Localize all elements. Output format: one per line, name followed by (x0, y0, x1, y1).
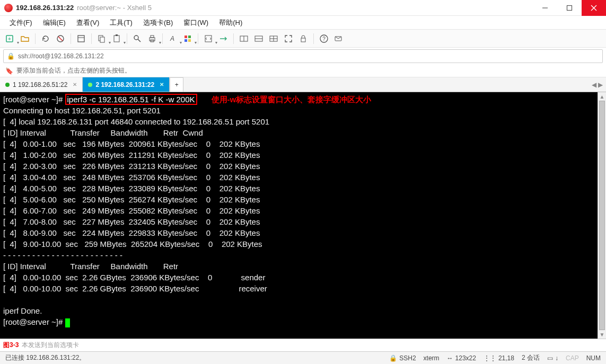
command-highlight: iperf3 -c 192.168.26.51 -f K -w 200K (65, 94, 197, 105)
title-main: 192.168.26.131:22 (16, 4, 74, 12)
svg-rect-32 (301, 38, 305, 42)
status-pos: 21,18 (498, 354, 514, 362)
toolbar: + A ? (0, 30, 606, 48)
svg-rect-12 (114, 35, 119, 42)
term-line: - - - - - - - - - - - - - - - - - - - - … (3, 251, 122, 260)
layout-v-icon[interactable] (253, 33, 265, 45)
layout-h-icon[interactable] (238, 33, 250, 45)
copy-icon[interactable] (96, 33, 108, 45)
size-icon: ↔ (447, 354, 453, 362)
status-ssh: SSH2 (399, 354, 416, 362)
term-row: [ 4] 6.00-7.00 sec 249 MBytes 255082 KBy… (3, 206, 260, 215)
status-cap: CAP (566, 354, 579, 362)
term-line: [ 4] 0.00-10.00 sec 2.26 GBytes 236900 K… (3, 284, 267, 293)
lock-icon: 🔒 (389, 354, 397, 362)
term-row: [ 4] 1.00-2.00 sec 206 MBytes 211291 KBy… (3, 150, 260, 159)
send-bar: 图3-3本发送到当前选项卡 (0, 339, 606, 351)
menu-help[interactable]: 帮助(H) (214, 16, 248, 30)
term-row: [ 4] 3.00-4.00 sec 248 MBytes 253706 KBy… (3, 173, 260, 182)
help-icon[interactable]: ? (318, 33, 330, 45)
font-icon[interactable]: A (167, 33, 179, 45)
svg-rect-11 (100, 37, 104, 42)
term-line: [ ID] Interval Transfer Bandwidth Retr (3, 262, 178, 271)
term-row: [ 4] 5.00-6.00 sec 250 MBytes 256274 KBy… (3, 195, 260, 204)
svg-line-15 (138, 39, 140, 42)
svg-rect-17 (151, 35, 154, 38)
term-line: [ ID] Interval Transfer Bandwidth Retr C… (3, 128, 203, 137)
hint-text: 要添加当前会话，点击左侧的箭头按钮。 (16, 66, 131, 75)
scroll-up-icon[interactable]: ▲ (598, 92, 606, 101)
compose-icon[interactable] (333, 33, 345, 45)
fullscreen-icon[interactable] (283, 33, 294, 45)
svg-point-14 (134, 35, 138, 40)
lock-scroll-icon[interactable] (297, 33, 309, 45)
tab-1[interactable]: 1 192.168.26.51:22 ✕ (0, 77, 83, 92)
transfer-icon[interactable] (217, 33, 229, 45)
menu-tools[interactable]: 工具(T) (104, 16, 138, 30)
term-row: [ 4] 9.00-10.00 sec 259 MBytes 265204 KB… (3, 239, 262, 248)
prompt: [root@server ~]# (3, 317, 65, 326)
script-icon[interactable] (203, 33, 214, 45)
status-size: 123x22 (455, 354, 476, 362)
scrollbar[interactable]: ▲ ▼ (598, 92, 606, 339)
svg-line-7 (58, 37, 63, 41)
menubar: 文件(F) 编辑(E) 查看(V) 工具(T) 选项卡(B) 窗口(W) 帮助(… (0, 16, 606, 30)
new-session-icon[interactable]: + (4, 33, 16, 45)
status-term: xterm (424, 354, 440, 362)
address-text: ssh://root@192.168.26.131:22 (18, 52, 104, 60)
paste-icon[interactable] (111, 33, 122, 45)
layout-grid-icon[interactable] (268, 33, 279, 45)
menu-tabs[interactable]: 选项卡(B) (138, 16, 178, 30)
scroll-thumb[interactable] (599, 101, 605, 330)
status-bar: 已连接 192.168.26.131:22。 🔒SSH2 xterm ↔123x… (0, 351, 606, 364)
svg-rect-21 (188, 35, 191, 38)
tab-nav-arrows[interactable]: ◀ ▶ (589, 77, 606, 92)
address-bar[interactable]: 🔒 ssh://root@192.168.26.131:22 (3, 49, 603, 63)
close-tab-icon[interactable]: ✕ (73, 82, 77, 87)
menu-edit[interactable]: 编辑(E) (38, 16, 71, 30)
sessions-icon: ▭ (547, 354, 553, 362)
maximize-button[interactable] (557, 0, 582, 16)
find-icon[interactable] (131, 33, 143, 45)
tab-strip: 1 192.168.26.51:22 ✕ 2 192.168.26.131:22… (0, 77, 606, 92)
cursor (65, 318, 70, 327)
menu-window[interactable]: 窗口(W) (178, 16, 214, 30)
term-line: [ 4] 0.00-10.00 sec 2.26 GBytes 236906 K… (3, 273, 265, 282)
status-dot-icon (5, 83, 10, 87)
terminal[interactable]: [root@server ~]# iperf3 -c 192.168.26.51… (0, 92, 606, 339)
reconnect-icon[interactable] (40, 33, 51, 45)
status-connection: 已连接 192.168.26.131:22。 (5, 353, 85, 362)
minimize-button[interactable] (533, 0, 557, 16)
term-line: [ 4] local 192.168.26.131 port 46840 con… (3, 117, 269, 126)
open-session-icon[interactable] (19, 33, 31, 45)
status-sessions: 2 会话 (522, 353, 540, 362)
menu-view[interactable]: 查看(V) (71, 16, 104, 30)
close-tab-icon[interactable]: ✕ (160, 82, 164, 87)
term-row: [ 4] 2.00-3.00 sec 226 MBytes 231213 KBy… (3, 162, 260, 171)
print-icon[interactable] (146, 33, 158, 45)
pos-icon: ⋮⋮ (484, 354, 496, 362)
status-dot-icon (88, 83, 92, 87)
svg-text:A: A (170, 35, 174, 42)
hint-bar: 🔖 要添加当前会话，点击左侧的箭头按钮。 (0, 65, 606, 77)
menu-file[interactable]: 文件(F) (4, 16, 38, 30)
send-label: 图3-3 (3, 341, 19, 350)
annotation: 使用-w标志设置窗口大小、套接字缓冲区大小 (212, 95, 372, 104)
properties-icon[interactable] (75, 33, 87, 45)
svg-text:?: ? (322, 36, 326, 42)
color-icon[interactable] (182, 33, 194, 45)
disconnect-icon[interactable] (55, 33, 66, 45)
prompt: [root@server ~]# (3, 95, 65, 104)
svg-text:+: + (8, 36, 11, 42)
add-tab-button[interactable]: + (170, 77, 183, 92)
svg-rect-23 (188, 39, 191, 42)
send-placeholder[interactable]: 本发送到当前选项卡 (22, 341, 79, 350)
tab-2[interactable]: 2 192.168.26.131:22 ✕ (83, 77, 170, 92)
term-row: [ 4] 4.00-5.00 sec 228 MBytes 233089 KBy… (3, 184, 260, 193)
close-button[interactable] (582, 0, 606, 16)
term-line: Connecting to host 192.168.26.51, port 5… (3, 106, 161, 115)
scroll-down-icon[interactable]: ▼ (598, 330, 606, 339)
svg-rect-8 (78, 35, 84, 42)
term-row: [ 4] 8.00-9.00 sec 224 MBytes 229833 KBy… (3, 228, 260, 237)
bookmark-icon[interactable]: 🔖 (5, 67, 13, 75)
